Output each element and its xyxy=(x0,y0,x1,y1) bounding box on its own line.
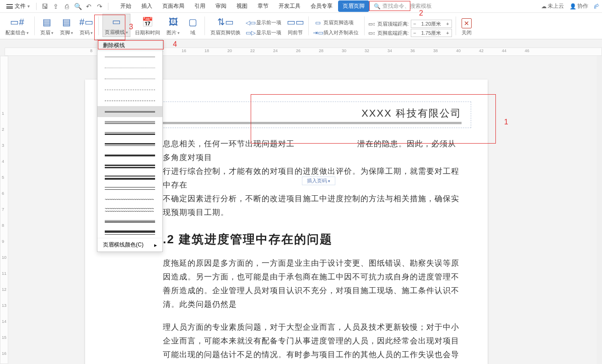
ruler-tick: 8 xyxy=(90,48,92,53)
horizontal-ruler[interactable]: 8 10 12 14 16 18 20 22 24 26 28 30 32 34… xyxy=(5,48,602,56)
line-style-bold-double[interactable] xyxy=(97,161,162,172)
line-style-long-dashed[interactable] xyxy=(97,95,162,106)
ruler-tick: 13 xyxy=(2,303,6,308)
group-navigate: ⇅▭页眉页脚切换 ◁▭显示前一项 ▭▷显示后一项 ▭▭同前节 xyxy=(209,15,305,37)
print-icon[interactable]: ⎙ xyxy=(62,2,71,11)
file-label: 文件 xyxy=(15,2,26,10)
ruler-tick: 30 xyxy=(342,48,346,53)
hf-options-button[interactable]: ▭页眉页脚选项 xyxy=(312,18,360,27)
ruler-tick: 22 xyxy=(250,48,255,53)
footer-dist-spinner[interactable]: − 1.75厘米 + xyxy=(411,29,452,37)
tab-view[interactable]: 视图 xyxy=(232,0,252,12)
separator xyxy=(204,16,205,35)
group-close: ✕关闭 xyxy=(460,15,473,37)
date-time-button[interactable]: 📅日期和时间 xyxy=(133,15,162,37)
cloud-status[interactable]: ☁未上云 xyxy=(541,2,564,10)
vertical-scrollbar[interactable] xyxy=(597,56,602,364)
export-icon[interactable]: ⇪ xyxy=(51,2,60,11)
header-line-button[interactable]: ▭页眉横线▾ xyxy=(102,14,130,37)
annotation-2: 2 xyxy=(419,9,423,17)
ruler-tick: 14 xyxy=(2,319,6,324)
tab-member[interactable]: 会员专享 xyxy=(306,0,337,12)
ruler-tick: 15 xyxy=(2,335,6,340)
line-style-gradient-bar[interactable] xyxy=(97,216,162,227)
page-number-button[interactable]: #▭页码▾ xyxy=(78,15,95,37)
tab-insert[interactable]: 插入 xyxy=(137,0,157,12)
person-icon: 👤 xyxy=(570,3,576,10)
line-style-thin-over-thick[interactable] xyxy=(97,128,162,139)
same-as-prev-button[interactable]: ▭▭同前节 xyxy=(286,15,305,37)
decrement-button[interactable]: − xyxy=(411,30,419,36)
field-button[interactable]: ▢域 xyxy=(184,15,201,37)
line-style-double-thin[interactable] xyxy=(97,106,162,117)
ruler-tick: 5 xyxy=(2,175,4,180)
line-style-thick-over-thin[interactable] xyxy=(97,139,162,150)
line-style-wavy[interactable]: ~~~~~~~~~~~~~~~~~~~~~~ xyxy=(97,194,162,205)
status-area: ☁未上云 👤协作 ⮳ xyxy=(541,2,599,10)
show-prev-button[interactable]: ◁▭显示前一项 xyxy=(245,18,283,27)
line-style-thin-solid[interactable] xyxy=(97,51,162,62)
chevron-right-icon: ▸ xyxy=(154,242,157,248)
hf-switch-button[interactable]: ⇅▭页眉页脚切换 xyxy=(209,15,242,37)
line-color-item[interactable]: 页眉横线颜色(C) ▸ xyxy=(97,238,162,252)
annotation-4: 4 xyxy=(173,40,177,48)
tab-icon: ⇥▭ xyxy=(314,29,322,36)
line-style-triple[interactable] xyxy=(97,117,162,128)
redo-icon[interactable]: ↷ xyxy=(95,2,104,11)
decrement-button[interactable]: − xyxy=(411,21,419,27)
tab-developer[interactable]: 开发工具 xyxy=(274,0,305,12)
increment-button[interactable]: + xyxy=(444,21,452,27)
line-style-double-wavy[interactable]: ~~~~~~~~~~~~~~~~~~~~~~~~~~~~~~~~~~~~~~~~… xyxy=(97,205,162,216)
calendar-icon: 📅 xyxy=(141,16,154,28)
share-icon[interactable]: ⮳ xyxy=(594,3,599,10)
header-line-dropdown: 删除横线 ~~~~~~~~~~~~~~~~~~~~~~ ~~~~~~~~~~~~… xyxy=(97,39,163,252)
line-style-thick-over-thick[interactable] xyxy=(97,172,162,183)
annotation-3: 3 xyxy=(129,23,133,31)
insert-page-number-chip[interactable]: 插入页码▾ xyxy=(302,177,335,185)
ruler-tick: 40 xyxy=(456,48,461,53)
show-next-button[interactable]: ▭▷显示后一项 xyxy=(245,28,283,37)
delete-line-item[interactable]: 删除横线 xyxy=(97,40,162,51)
prev-icon: ◁▭ xyxy=(247,19,254,26)
tab-chapter[interactable]: 章节 xyxy=(253,0,273,12)
tab-review[interactable]: 审阅 xyxy=(211,0,231,12)
collab-button[interactable]: 👤协作 xyxy=(570,2,588,10)
line-style-thin-double-gap[interactable] xyxy=(97,183,162,194)
tab-header-footer[interactable]: 页眉页脚 xyxy=(338,0,369,12)
header-button[interactable]: ▤页眉▾ xyxy=(38,15,55,37)
annotation-1: 1 xyxy=(504,118,508,126)
save-icon[interactable]: 🖫 xyxy=(40,2,49,11)
close-hf-button[interactable]: ✕关闭 xyxy=(460,17,473,37)
line-style-dashed[interactable] xyxy=(97,84,162,95)
ruler-tick: 16 xyxy=(2,351,6,356)
separator xyxy=(36,3,37,10)
preview-icon[interactable]: 🔍 xyxy=(73,2,82,11)
line-style-dotted[interactable] xyxy=(97,62,162,73)
combo-button[interactable]: ▭# 配套组合▾ xyxy=(4,15,31,37)
tab-start[interactable]: 开始 xyxy=(116,0,136,12)
caret-down-icon: ▾ xyxy=(27,4,30,9)
caret-down-icon: ▾ xyxy=(328,179,330,183)
header-dist-spinner[interactable]: − 1.20厘米 + xyxy=(411,20,452,28)
insert-align-tab-button[interactable]: ⇥▭插入对齐制表位 xyxy=(312,28,360,37)
group-distances: ▭↕ 页眉顶端距离: − 1.20厘米 + ▭↕ 页脚底端距离: − 1.75厘… xyxy=(368,15,452,37)
increment-button[interactable]: + xyxy=(444,30,452,36)
header-dist-value: 1.20厘米 xyxy=(419,21,444,27)
group-combo: ▭# 配套组合▾ xyxy=(4,15,31,37)
line-style-dotted-wide[interactable] xyxy=(97,73,162,84)
undo-icon[interactable]: ↶ xyxy=(84,2,93,11)
group-insert: ▭页眉横线▾ 📅日期和时间 🖼图片▾ ▢域 xyxy=(102,15,201,37)
ruler-tick: 32 xyxy=(365,48,369,53)
footer-button[interactable]: ▤页脚▾ xyxy=(58,15,75,37)
line-style-heavy-over-thin[interactable] xyxy=(97,227,162,238)
file-menu-button[interactable]: 文件 ▾ xyxy=(3,0,33,12)
ruler-tick: 9 xyxy=(2,239,4,244)
tab-page-layout[interactable]: 页面布局 xyxy=(158,0,189,12)
tab-references[interactable]: 引用 xyxy=(190,0,210,12)
line-style-thick-solid[interactable] xyxy=(97,150,162,161)
picture-button[interactable]: 🖼图片▾ xyxy=(165,15,182,37)
caret-down-icon: ▾ xyxy=(27,31,29,35)
switch-icon: ⇅▭ xyxy=(219,16,232,28)
vertical-ruler[interactable]: 1 2 3 4 5 6 7 8 9 10 11 12 13 14 15 16 xyxy=(0,56,8,364)
workspace: 8 10 12 14 16 18 20 22 24 26 28 30 32 34… xyxy=(0,39,602,364)
